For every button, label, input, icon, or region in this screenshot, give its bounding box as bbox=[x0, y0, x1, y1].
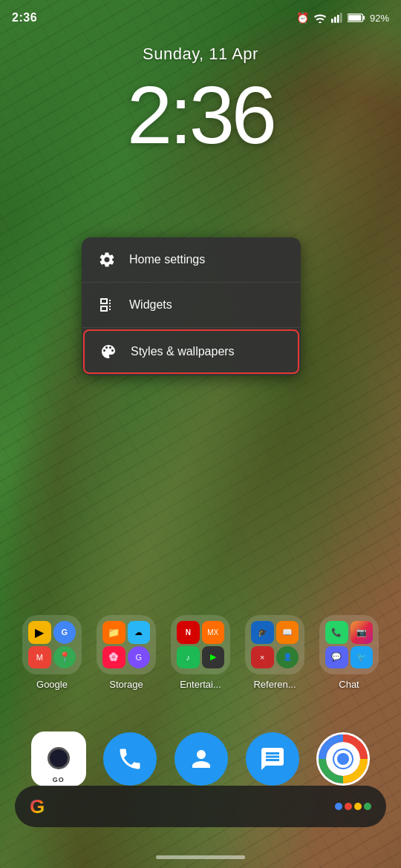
dot-red bbox=[345, 803, 352, 810]
menu-item-styles-wallpapers[interactable]: Styles & wallpapers bbox=[83, 329, 299, 374]
folder-storage[interactable]: 📁 ☁ 🌸 G Storage bbox=[97, 615, 156, 690]
app-ref1: 🎓 bbox=[251, 621, 274, 644]
menu-widgets-label: Widgets bbox=[129, 298, 172, 312]
menu-item-home-settings[interactable]: Home settings bbox=[82, 237, 301, 283]
app-ref4: 👤 bbox=[276, 646, 299, 669]
contacts-icon bbox=[188, 746, 215, 772]
app-files: 📁 bbox=[102, 621, 125, 644]
status-icons: ⏰ 92% bbox=[296, 12, 389, 24]
status-time: 2:36 bbox=[12, 11, 37, 24]
phone-icon bbox=[117, 746, 143, 772]
battery-icon bbox=[348, 13, 365, 23]
app-mx: MX bbox=[202, 621, 225, 644]
menu-item-widgets[interactable]: Widgets bbox=[82, 283, 301, 328]
app-instagram: 📷 bbox=[351, 621, 374, 644]
battery-pct: 92% bbox=[370, 13, 389, 24]
folder-reference-icon: 🎓 📖 × 👤 bbox=[245, 615, 304, 674]
folder-storage-icon: 📁 ☁ 🌸 G bbox=[97, 615, 156, 674]
app-google-play: ▶ bbox=[28, 621, 51, 644]
folder-reference[interactable]: 🎓 📖 × 👤 Referen... bbox=[245, 615, 304, 690]
search-bar[interactable]: G bbox=[15, 786, 386, 827]
app-netflix: N bbox=[177, 621, 200, 644]
dock: GO bbox=[0, 731, 401, 786]
palette-icon bbox=[98, 341, 119, 362]
app-maps: 📍 bbox=[53, 646, 76, 669]
app-discord: 💬 bbox=[325, 646, 348, 669]
svg-rect-1 bbox=[331, 19, 333, 22]
app-ref2: 📖 bbox=[276, 621, 299, 644]
gear-icon bbox=[97, 249, 117, 270]
folder-reference-label: Referen... bbox=[253, 679, 296, 690]
dock-phone[interactable] bbox=[103, 732, 157, 786]
messages-icon bbox=[259, 746, 286, 772]
home-indicator[interactable] bbox=[156, 855, 245, 859]
dock-chrome[interactable] bbox=[316, 732, 370, 786]
dot-green bbox=[364, 803, 371, 810]
folder-google[interactable]: ▶ G M 📍 Google bbox=[22, 615, 82, 690]
svg-rect-4 bbox=[340, 13, 342, 22]
app-folders-row: ▶ G M 📍 Google 📁 ☁ 🌸 G Storage N MX ♪ ▶ … bbox=[0, 615, 401, 690]
menu-styles-label: Styles & wallpapers bbox=[131, 345, 235, 358]
menu-home-settings-label: Home settings bbox=[129, 253, 205, 266]
svg-rect-6 bbox=[363, 16, 365, 19]
dock-contacts[interactable] bbox=[175, 732, 228, 786]
app-spotify: ♪ bbox=[177, 646, 200, 669]
app-terminal: ▶ bbox=[202, 646, 225, 669]
date-display: Sunday, 11 Apr bbox=[0, 45, 401, 64]
dock-messages[interactable] bbox=[246, 732, 299, 786]
camera-go-label: GO bbox=[53, 776, 65, 783]
svg-rect-7 bbox=[348, 15, 361, 21]
camera-lens bbox=[48, 747, 70, 769]
signal-icon bbox=[331, 13, 343, 23]
folder-chat-label: Chat bbox=[339, 679, 359, 690]
google-g-logo: G bbox=[30, 795, 45, 818]
folder-entertainment[interactable]: N MX ♪ ▶ Entertai... bbox=[171, 615, 230, 690]
dot-blue bbox=[335, 803, 342, 810]
app-drive: ☁ bbox=[128, 621, 151, 644]
context-menu: Home settings Widgets Styles & wallpaper… bbox=[82, 237, 301, 375]
app-whatsapp: 📞 bbox=[325, 621, 348, 644]
svg-rect-3 bbox=[337, 15, 339, 23]
folder-storage-label: Storage bbox=[109, 679, 143, 690]
app-ref3: × bbox=[251, 646, 274, 669]
status-bar: 2:36 ⏰ 92% bbox=[0, 0, 401, 30]
alarm-icon: ⏰ bbox=[296, 12, 309, 24]
app-gallery: G bbox=[128, 646, 151, 669]
chrome-icon bbox=[316, 732, 370, 786]
google-dots bbox=[335, 803, 371, 810]
app-twitter: 🐦 bbox=[351, 646, 374, 669]
clock-display: 2:36 bbox=[0, 74, 401, 156]
svg-point-12 bbox=[337, 753, 349, 765]
app-google: G bbox=[53, 621, 76, 644]
svg-rect-2 bbox=[334, 17, 336, 23]
folder-chat[interactable]: 📞 📷 💬 🐦 Chat bbox=[319, 615, 379, 690]
widgets-icon bbox=[97, 295, 117, 315]
folder-chat-icon: 📞 📷 💬 🐦 bbox=[319, 615, 379, 674]
folder-entertainment-label: Entertai... bbox=[180, 679, 221, 690]
app-photos: 🌸 bbox=[102, 646, 125, 669]
folder-entertainment-icon: N MX ♪ ▶ bbox=[171, 615, 230, 674]
app-gmail: M bbox=[28, 646, 51, 669]
dock-camera[interactable]: GO bbox=[31, 731, 86, 786]
folder-google-icon: ▶ G M 📍 bbox=[22, 615, 82, 674]
dot-yellow bbox=[354, 803, 362, 810]
wifi-icon bbox=[313, 13, 327, 23]
folder-google-label: Google bbox=[36, 679, 68, 690]
svg-point-0 bbox=[319, 22, 322, 23]
